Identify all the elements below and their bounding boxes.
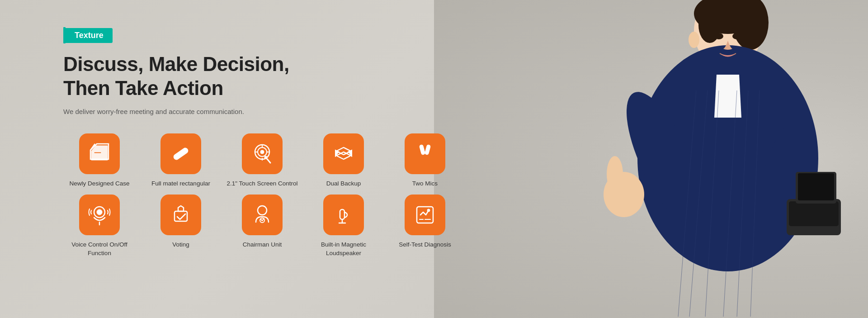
- feature-icon-voting: [160, 195, 201, 235]
- svg-point-47: [427, 209, 430, 212]
- feature-icon-dual-backup: [323, 133, 364, 174]
- svg-point-34: [264, 156, 267, 159]
- main-title-line1: Discuss, Make Decision,: [63, 52, 457, 76]
- feature-label-full-matel-rectangular: Full matel rectangular: [151, 180, 210, 188]
- feature-label-touch-screen-control: 2.1" Touch Screen Control: [227, 180, 298, 188]
- svg-point-24: [714, 33, 723, 39]
- svg-point-12: [607, 156, 623, 192]
- feature-label-two-mics: Two Mics: [412, 180, 438, 188]
- feature-label-newly-designed-case: Newly Designed Case: [70, 180, 130, 188]
- content-area: Texture Discuss, Make Decision, Then Tak…: [63, 27, 457, 258]
- feature-label-voting: Voting: [172, 241, 189, 249]
- person-illustration: [506, 0, 845, 318]
- svg-point-25: [732, 33, 741, 39]
- feature-item-voting: Voting: [145, 195, 217, 258]
- svg-rect-28: [94, 152, 101, 153]
- feature-item-self-test-diagnosis: Self-Test Diagnosis: [389, 195, 461, 258]
- feature-item-chairman-unit: Chairman Unit: [226, 195, 298, 258]
- svg-point-38: [97, 209, 102, 215]
- feature-item-voice-control: Voice Control On/Off Function: [63, 195, 136, 258]
- feature-item-two-mics: Two Mics: [389, 133, 461, 188]
- page-wrapper: Texture Discuss, Make Decision, Then Tak…: [0, 0, 868, 318]
- feature-icon-self-test-diagnosis: [405, 195, 445, 235]
- subtitle: We deliver worry-free meeting and accura…: [63, 108, 457, 115]
- feature-label-self-test-diagnosis: Self-Test Diagnosis: [399, 241, 451, 249]
- feature-label-built-in-magnetic: Built-in Magnetic Loudspeaker: [307, 241, 380, 258]
- feature-item-built-in-magnetic: Built-in Magnetic Loudspeaker: [307, 195, 380, 258]
- svg-point-26: [689, 32, 699, 48]
- feature-icon-touch-screen-control: [242, 133, 283, 174]
- svg-rect-36: [425, 144, 430, 155]
- feature-item-touch-screen-control: 2.1" Touch Screen Control: [226, 133, 298, 188]
- main-title-line2: Then Take Action: [63, 76, 457, 100]
- main-title: Discuss, Make Decision, Then Take Action: [63, 52, 457, 100]
- svg-rect-46: [417, 207, 433, 223]
- svg-point-41: [258, 206, 267, 215]
- feature-label-dual-backup: Dual Backup: [326, 180, 361, 188]
- svg-rect-43: [340, 209, 344, 219]
- feature-icon-built-in-magnetic: [323, 195, 364, 235]
- feature-icon-voice-control: [79, 195, 120, 235]
- feature-label-chairman-unit: Chairman Unit: [243, 241, 282, 249]
- svg-rect-17: [798, 173, 834, 200]
- svg-rect-35: [419, 144, 425, 155]
- svg-rect-15: [789, 201, 839, 226]
- texture-tag: Texture: [63, 27, 113, 43]
- feature-item-newly-designed-case: Newly Designed Case: [63, 133, 136, 188]
- texture-label: Texture: [66, 28, 113, 43]
- feature-item-full-matel-rectangular: Full matel rectangular: [145, 133, 217, 188]
- feature-icon-chairman-unit: [242, 195, 283, 235]
- svg-point-33: [260, 150, 264, 154]
- features-grid: Newly Designed Case Full matel rectangul…: [63, 133, 457, 258]
- feature-icon-newly-designed-case: [79, 133, 120, 174]
- svg-rect-40: [175, 211, 187, 221]
- feature-label-voice-control: Voice Control On/Off Function: [63, 241, 136, 258]
- feature-icon-full-matel-rectangular: [160, 133, 201, 174]
- feature-icon-two-mics: [405, 133, 445, 174]
- feature-item-dual-backup: Dual Backup: [307, 133, 380, 188]
